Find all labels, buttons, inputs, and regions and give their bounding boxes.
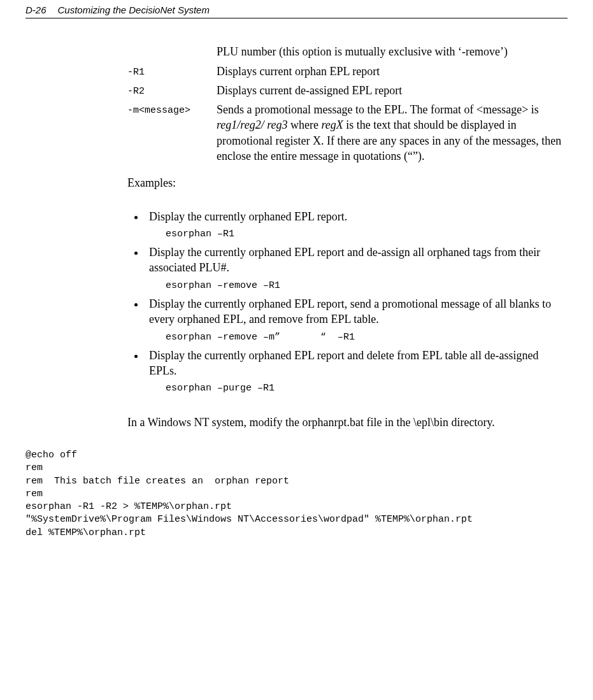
option-val-pre: Sends a promotional message to the EPL. …	[217, 103, 539, 116]
examples-label: Examples:	[127, 175, 568, 190]
option-row: -R2 Displays current de-assigned EPL rep…	[127, 83, 568, 98]
option-key-blank	[127, 44, 217, 46]
example-text: Display the currently orphaned EPL repor…	[149, 349, 538, 377]
option-val-italic: regX	[321, 118, 346, 131]
list-item: Display the currently orphaned EPL repor…	[145, 296, 568, 344]
option-key: -R1	[127, 64, 217, 79]
example-text: Display the currently orphaned EPL repor…	[149, 246, 540, 274]
examples-list: Display the currently orphaned EPL repor…	[127, 209, 568, 396]
option-row: PLU number (this option is mutually excl…	[127, 44, 568, 59]
example-cmd: esorphan –purge –R1	[166, 382, 568, 395]
list-item: Display the currently orphaned EPL repor…	[145, 348, 568, 396]
example-cmd: esorphan –remove –m” “ –R1	[166, 331, 568, 344]
example-text: Display the currently orphaned EPL repor…	[149, 297, 551, 325]
page: D-26 Customizing the DecisioNet System P…	[0, 0, 593, 565]
options-table: PLU number (this option is mutually excl…	[127, 44, 568, 164]
option-row: -m<message> Sends a promotional message …	[127, 102, 568, 164]
example-text: Display the currently orphaned EPL repor…	[149, 210, 347, 223]
option-row: -R1 Displays current orphan EPL report	[127, 64, 568, 79]
page-number: D-26	[25, 4, 46, 17]
option-key: -m<message>	[127, 102, 217, 117]
after-note: In a Windows NT system, modify the orpha…	[127, 415, 568, 430]
option-val-mid: where	[287, 118, 321, 131]
page-header: D-26 Customizing the DecisioNet System	[25, 0, 568, 18]
option-val: Sends a promotional message to the EPL. …	[217, 102, 568, 164]
header-inner: D-26 Customizing the DecisioNet System	[25, 4, 568, 17]
header-title: Customizing the DecisioNet System	[58, 4, 210, 17]
option-val-italic: reg1/reg2/ reg3	[217, 118, 287, 131]
option-val-intro: PLU number (this option is mutually excl…	[217, 44, 568, 59]
list-item: Display the currently orphaned EPL repor…	[145, 245, 568, 292]
list-item: Display the currently orphaned EPL repor…	[145, 209, 568, 241]
option-key: -R2	[127, 83, 217, 98]
option-val: Displays current orphan EPL report	[217, 64, 568, 79]
example-cmd: esorphan –R1	[166, 228, 568, 241]
batch-file-content: @echo off rem rem This batch file create…	[25, 449, 568, 539]
main-content: PLU number (this option is mutually excl…	[127, 44, 568, 430]
option-val: Displays current de-assigned EPL report	[217, 83, 568, 98]
example-cmd: esorphan –remove –R1	[166, 280, 568, 292]
